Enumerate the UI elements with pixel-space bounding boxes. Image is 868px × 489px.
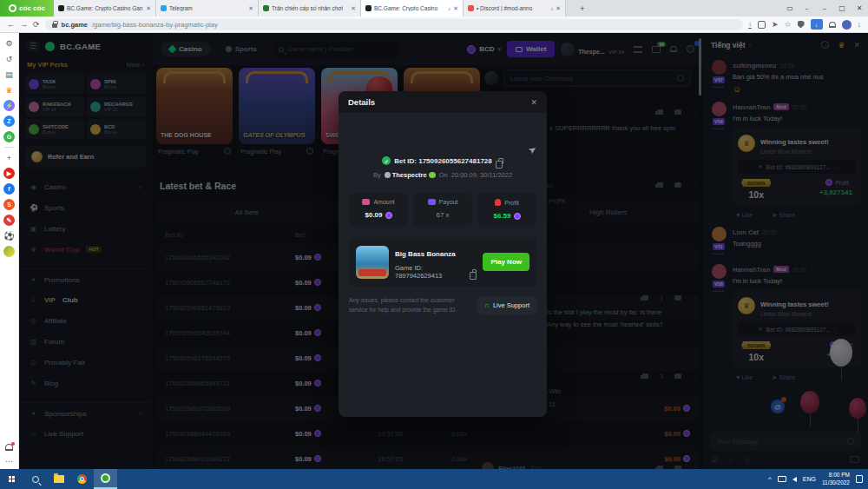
site-bell-icon[interactable] xyxy=(670,46,677,52)
hamburger-menu-icon[interactable]: ☰ xyxy=(26,41,40,51)
downloader-button[interactable]: ↓ xyxy=(811,19,823,30)
comment-input[interactable] xyxy=(510,75,674,83)
pixel-game-icon[interactable] xyxy=(3,246,15,257)
reply-icon[interactable] xyxy=(674,373,681,379)
sidebar-menu-item[interactable]: ⚽ Sports › xyxy=(19,197,152,218)
search-input[interactable] xyxy=(287,45,395,53)
editor-icon[interactable]: ✎ xyxy=(3,215,15,226)
wallet-button[interactable]: Wallet xyxy=(507,41,555,57)
game-banner-image[interactable]: GATES OF OLYMPUS xyxy=(239,68,315,144)
casino-nav-button[interactable]: Casino xyxy=(161,42,211,56)
reply-icon[interactable] xyxy=(674,109,681,115)
chat-input-box[interactable] xyxy=(710,432,861,451)
like-icon[interactable] xyxy=(657,109,663,115)
coccoc-brand-button[interactable]: cốc cốc xyxy=(0,0,54,17)
share-icon[interactable]: ➤ xyxy=(772,20,779,29)
game-thumbnail[interactable] xyxy=(356,246,389,279)
like-icon[interactable] xyxy=(642,373,648,379)
window-close-button[interactable]: ✕ xyxy=(851,0,868,17)
tab-close-icon[interactable]: ✕ xyxy=(453,5,458,12)
tab-close-icon[interactable]: ✕ xyxy=(351,5,356,12)
game-banner[interactable]: GATES OF OLYMPUS Pragmatic Play i xyxy=(239,68,315,155)
currency-selector[interactable]: BCD ▾ xyxy=(467,45,501,54)
tab-close-icon[interactable]: ✕ xyxy=(556,5,561,12)
chat-avatar[interactable] xyxy=(712,60,727,75)
share-bet-icon[interactable]: ➤ xyxy=(526,143,539,157)
history-icon[interactable]: ↺ xyxy=(3,53,15,64)
downloads-tray-icon[interactable]: ↓ xyxy=(858,20,862,29)
like-icon[interactable] xyxy=(657,182,663,188)
profile-avatar[interactable] xyxy=(842,20,852,30)
chat-toggle-icon[interactable] xyxy=(687,45,694,53)
sidebar-menu-item[interactable]: ✦ Promotions › xyxy=(19,268,152,289)
chat-message-input[interactable] xyxy=(717,438,844,446)
sidebar-menu-item[interactable]: ▥ Forum › xyxy=(19,331,152,352)
chat-avatar[interactable] xyxy=(712,102,727,116)
facebook-icon[interactable]: f xyxy=(3,183,15,195)
refer-and-earn-button[interactable]: Refer and Earn xyxy=(25,146,146,168)
live-support-button[interactable]: ∩Live Support xyxy=(477,296,536,314)
window-maximize-button[interactable]: ▢ xyxy=(833,0,851,17)
browser-tab[interactable]: • Discord | #mod-anno ♪ ✕ xyxy=(464,0,566,17)
chrome-button[interactable] xyxy=(70,469,94,489)
action-center-icon[interactable] xyxy=(856,475,863,483)
vip-perk-card[interactable]: RECHARGE VIP 22 xyxy=(87,96,146,116)
page-scrollbar-thumb[interactable] xyxy=(699,38,701,96)
chat-username[interactable]: HannahTran xyxy=(733,103,770,111)
tab-audio-icon[interactable]: ♪ xyxy=(448,6,450,11)
copy-icon[interactable] xyxy=(498,158,503,164)
tab-all-bets[interactable]: All Bets xyxy=(156,200,337,224)
like-icon[interactable] xyxy=(642,295,648,301)
info-icon[interactable]: i xyxy=(306,148,313,155)
comment-menu-icon[interactable]: ⋮ xyxy=(693,182,699,188)
zalo-icon[interactable]: Z xyxy=(3,116,15,127)
translate-icon[interactable] xyxy=(758,21,766,29)
share-button[interactable]: ➤ Share xyxy=(772,373,795,381)
comment-menu-icon[interactable]: ⋮ xyxy=(693,373,699,380)
win-bet-id-button[interactable]: ➤ Bet ID: #882860893127... › xyxy=(738,322,856,336)
share-button[interactable]: ➤ Share xyxy=(772,211,795,219)
vip-perk-card[interactable]: SHITCODE Bonus xyxy=(25,119,84,139)
add-shortcut-icon[interactable]: + xyxy=(3,152,15,163)
football-icon[interactable]: ⚽ xyxy=(3,230,15,241)
network-icon[interactable] xyxy=(778,476,786,482)
youtube-icon[interactable]: ▶ xyxy=(3,168,15,179)
tray-expand-icon[interactable]: ^ xyxy=(768,475,772,483)
sidebar-menu-item[interactable]: ✎ Blog › xyxy=(19,373,152,393)
mention-bubble-icon[interactable]: @ xyxy=(771,400,785,413)
sidebar-menu-item[interactable]: ◎ Affiliate › xyxy=(19,310,152,331)
mail-icon[interactable]: 99 xyxy=(652,46,661,53)
vip-perk-card[interactable]: BCD Bonus xyxy=(87,119,146,139)
reply-icon[interactable] xyxy=(674,295,681,301)
chat-rules-info-icon[interactable]: i xyxy=(821,41,829,49)
browser-tab[interactable]: Trận chiến cấp số nhân chơi ✕ xyxy=(259,0,361,17)
sidebar-menu-item[interactable]: ∩ Live Support › xyxy=(19,423,152,444)
game-banner[interactable]: THE DOG HOUSE Pragmatic Play i xyxy=(156,68,233,155)
reading-list-icon[interactable]: ▤ xyxy=(3,69,15,80)
win-bet-id-button[interactable]: ➤ Bet ID: #882860893127... › xyxy=(738,160,856,174)
taskbar-clock[interactable]: 8:00 PM 11/30/2022 xyxy=(822,472,850,487)
back-button[interactable]: ← xyxy=(7,20,15,29)
new-tab-button[interactable]: + xyxy=(575,0,590,17)
address-bar[interactable]: bc.game/game/big-bass-bonanza-by-pragmat… xyxy=(45,19,743,30)
dice-bet-icon[interactable]: ⚂ xyxy=(712,456,718,464)
sidebar-menu-item[interactable]: ◆ Casino › xyxy=(19,176,152,197)
vip-perk-card[interactable]: TASK Bonus xyxy=(25,74,84,94)
file-explorer-button[interactable] xyxy=(47,469,70,489)
coccoc-taskbar-button[interactable] xyxy=(94,469,117,489)
reply-icon[interactable] xyxy=(674,182,681,188)
giftcard-icon[interactable] xyxy=(850,456,859,463)
play-now-button[interactable]: Play Now xyxy=(483,253,529,271)
comment-menu-icon[interactable]: ⋮ xyxy=(693,109,699,116)
bet-list-icon[interactable] xyxy=(634,46,642,53)
chat-avatar[interactable] xyxy=(712,264,727,279)
vip-perk-card[interactable]: SPIN Bonus xyxy=(87,74,146,94)
bookmark-star-icon[interactable]: ☆ xyxy=(784,20,791,29)
reload-button[interactable]: ⟳ xyxy=(33,20,40,29)
more-options-icon[interactable]: ⋯ xyxy=(3,455,15,466)
browser-tab[interactable]: Telegram ✕ xyxy=(156,0,259,17)
settings-gear-icon[interactable]: ⚙ xyxy=(3,37,15,49)
tab-search-icon[interactable]: ▭ xyxy=(781,0,799,17)
games-icon[interactable]: G xyxy=(3,131,15,142)
keyboard-language[interactable]: ENG xyxy=(803,476,816,482)
